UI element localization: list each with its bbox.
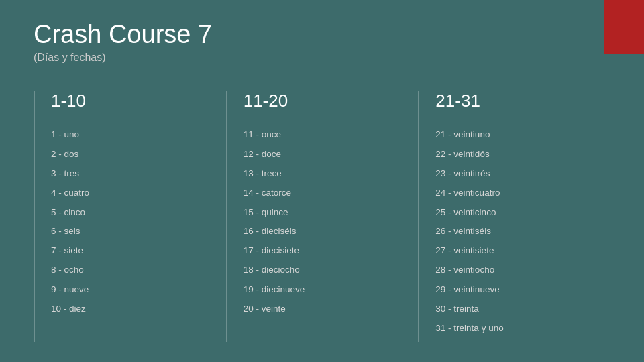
page-subtitle: (Días y fechas) [34,52,610,64]
column-2: 11-2011 - once12 - doce13 - trece14 - ca… [226,90,419,342]
list-item: 1 - uno [51,129,213,141]
list-item: 12 - doce [244,148,405,161]
list-item: 28 - veintiocho [435,264,597,277]
list-item: 7 - siete [51,245,213,257]
list-item: 2 - dos [51,148,213,161]
column-3: 21-3121 - veintiuno22 - veintidós23 - ve… [418,90,610,342]
list-item: 3 - tres [51,168,213,180]
list-item: 25 - veinticinco [435,206,597,219]
column-header-2: 11-20 [244,90,405,117]
list-item: 16 - dieciséis [244,225,405,238]
list-item: 10 - diez [51,303,213,316]
columns-container: 1-101 - uno2 - dos3 - tres4 - cuatro5 - … [34,90,610,342]
list-item: 17 - diecisiete [244,245,405,257]
list-item: 4 - cuatro [51,187,213,200]
column-header-1: 1-10 [51,90,213,117]
list-item: 24 - veinticuatro [435,187,597,200]
accent-block [604,0,644,54]
list-item: 22 - veintidós [435,148,597,161]
list-item: 26 - veintiséis [435,225,597,238]
list-item: 9 - nueve [51,284,213,296]
list-item: 14 - catorce [244,187,405,200]
column-1: 1-101 - uno2 - dos3 - tres4 - cuatro5 - … [34,90,226,342]
list-item: 15 - quince [244,206,405,219]
list-item: 27 - veintisiete [435,245,597,257]
list-item: 11 - once [244,129,405,141]
list-item: 13 - trece [244,168,405,180]
list-item: 31 - treinta y uno [435,322,597,335]
list-item: 21 - veintiuno [435,129,597,141]
list-item: 18 - dieciocho [244,264,405,277]
list-item: 6 - seis [51,225,213,238]
list-item: 30 - treinta [435,303,597,316]
page-title: Crash Course 7 [34,20,610,49]
list-item: 19 - diecinueve [244,284,405,296]
list-item: 8 - ocho [51,264,213,277]
list-item: 5 - cinco [51,206,213,219]
list-item: 29 - veintinueve [435,284,597,296]
list-item: 20 - veinte [244,303,405,316]
list-item: 23 - veintitrés [435,168,597,180]
column-header-3: 21-31 [435,90,597,117]
main-content: Crash Course 7 (Días y fechas) 1-101 - u… [0,0,644,362]
